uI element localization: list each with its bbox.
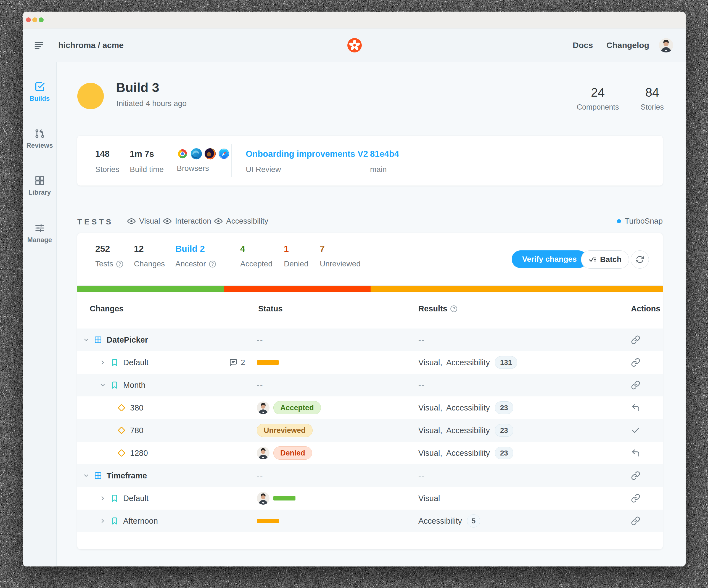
results-count-badge: 23 <box>495 447 513 459</box>
grid-icon <box>94 336 102 344</box>
results-cell: Visual, Accessibility23 <box>418 396 513 419</box>
zoom-window-button[interactable] <box>39 18 43 22</box>
link-icon[interactable] <box>631 471 640 480</box>
help-icon[interactable] <box>116 260 123 268</box>
chevron-down-icon[interactable] <box>99 382 106 389</box>
link-icon[interactable] <box>631 358 640 367</box>
story-name[interactable]: Afternoon <box>123 517 158 526</box>
changes-cell: Timeframe <box>83 464 147 487</box>
results-count-badge: 131 <box>495 356 517 369</box>
status-progress-bar <box>257 360 279 365</box>
review-link-group: Onboarding improvements V2 UI Review <box>246 149 368 174</box>
toggle-accessibility[interactable]: Accessibility <box>214 217 268 225</box>
toggle-visual[interactable]: Visual <box>127 217 160 225</box>
comment-count[interactable]: 2 <box>229 351 245 374</box>
breadcrumb[interactable]: hichroma / acme <box>58 40 124 50</box>
chevron-right-icon[interactable] <box>99 518 106 524</box>
changes-table-card: Changes Status Results Actions DatePicke… <box>77 292 663 549</box>
nav-changelog[interactable]: Changelog <box>607 40 649 50</box>
sidebar-item-label: Builds <box>30 95 50 102</box>
test-name[interactable]: 380 <box>130 403 143 412</box>
browsers-group: Browsers <box>177 148 230 173</box>
test-name[interactable]: 780 <box>130 426 143 435</box>
batch-checklist-icon <box>588 255 597 264</box>
nav-docs[interactable]: Docs <box>573 40 593 50</box>
results-text: Visual <box>418 494 440 503</box>
changes-cell: Default <box>99 487 149 509</box>
comment-count-value: 2 <box>241 358 245 367</box>
table-row: Default2Visual, Accessibility131 <box>77 351 663 374</box>
sidebar-item-label: Manage <box>27 236 52 244</box>
verify-changes-button[interactable]: Verify changes <box>512 250 587 268</box>
status-cell: -- <box>257 329 263 351</box>
status-cell <box>257 351 279 374</box>
diamond-icon <box>117 404 126 412</box>
rerun-build-button[interactable] <box>631 250 649 269</box>
story-name[interactable]: Default <box>123 358 149 367</box>
unreviewed-stat: 7 Unreviewed <box>320 244 361 268</box>
minimize-window-button[interactable] <box>32 18 37 22</box>
user-avatar[interactable] <box>659 38 673 53</box>
story-name[interactable]: Month <box>123 381 146 390</box>
library-grid-icon <box>34 175 45 186</box>
batch-button[interactable]: Batch <box>581 250 629 269</box>
components-stat: 24 Components <box>574 85 621 112</box>
table-row: 1280DeniedVisual, Accessibility23 <box>77 442 663 464</box>
status-cell <box>257 487 295 509</box>
accept-check-icon[interactable] <box>631 426 640 435</box>
link-icon[interactable] <box>631 380 640 390</box>
toggle-interaction[interactable]: Interaction <box>163 217 211 225</box>
sidebar-item-manage[interactable]: Manage <box>23 223 56 244</box>
table-row: DefaultVisual <box>77 487 663 509</box>
denied-stat: 1 Denied <box>284 244 308 268</box>
bookmark-icon <box>111 494 119 502</box>
component-name[interactable]: DatePicker <box>107 335 148 344</box>
reviewer-avatar <box>257 492 269 505</box>
info-divider <box>231 144 232 177</box>
results-empty: -- <box>418 381 425 390</box>
changes-cell: 780 <box>117 419 143 442</box>
status-cell <box>257 509 279 532</box>
sidebar-item-library[interactable]: Library <box>23 175 56 196</box>
reviews-pull-request-icon <box>34 128 45 139</box>
sidebar-item-reviews[interactable]: Reviews <box>23 128 56 149</box>
link-icon[interactable] <box>631 494 640 503</box>
chevron-down-icon[interactable] <box>83 472 89 479</box>
status-badge: Accepted <box>273 401 321 414</box>
column-changes: Changes <box>90 304 123 313</box>
stat-divider <box>631 87 631 116</box>
reviewer-avatar <box>257 447 269 459</box>
commit-link[interactable]: 81e4b4 <box>370 149 399 159</box>
component-name[interactable]: Timeframe <box>107 471 147 480</box>
results-text: Visual, Accessibility <box>418 426 490 435</box>
stories-count: 148 Stories <box>95 149 119 174</box>
results-count-badge: 23 <box>495 424 513 437</box>
chrome-browser-icon <box>177 148 188 160</box>
help-icon[interactable] <box>209 260 216 268</box>
eye-icon <box>127 217 136 225</box>
help-icon[interactable] <box>450 305 458 312</box>
chromatic-logo-icon[interactable] <box>347 38 362 53</box>
status-empty: -- <box>257 471 263 480</box>
menu-icon[interactable] <box>34 40 44 50</box>
refresh-icon <box>636 255 644 264</box>
builds-check-square-icon <box>34 82 45 92</box>
link-icon[interactable] <box>631 335 640 344</box>
link-icon[interactable] <box>631 516 640 526</box>
chevron-right-icon[interactable] <box>99 495 106 502</box>
ancestor-build-link[interactable]: Build 2 <box>175 244 216 254</box>
close-window-button[interactable] <box>26 18 31 22</box>
chevron-right-icon[interactable] <box>99 359 106 366</box>
chevron-down-icon[interactable] <box>83 337 89 343</box>
undo-icon[interactable] <box>631 448 640 458</box>
column-results: Results <box>418 304 458 313</box>
undo-icon[interactable] <box>631 403 640 412</box>
table-row: DatePicker---- <box>77 329 663 351</box>
test-name[interactable]: 1280 <box>130 448 148 458</box>
review-title-link[interactable]: Onboarding improvements V2 <box>246 149 368 159</box>
story-name[interactable]: Default <box>123 494 149 503</box>
results-cell: -- <box>418 329 425 351</box>
sidebar-item-builds[interactable]: Builds <box>23 82 56 102</box>
status-progress-bar <box>257 519 279 523</box>
changes-cell: DatePicker <box>83 329 148 351</box>
